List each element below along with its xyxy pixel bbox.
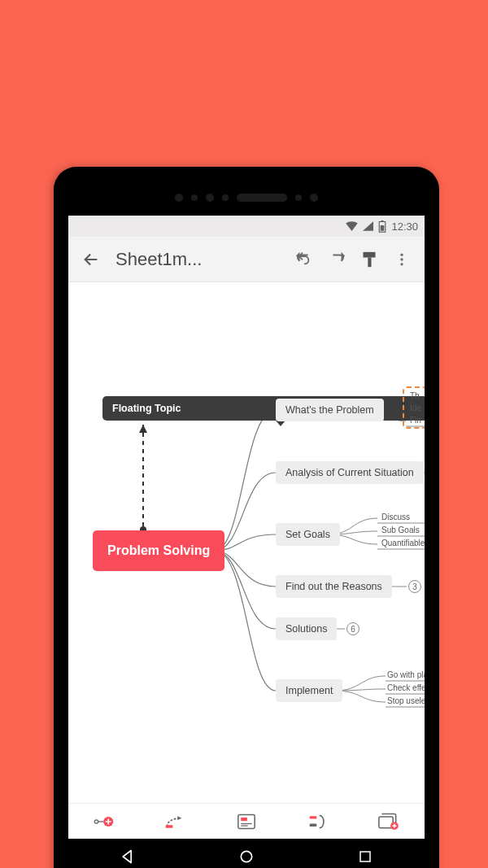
- leaf-node[interactable]: Sub Goals: [381, 526, 420, 534]
- leaf-node[interactable]: Th: [410, 391, 420, 400]
- leaf-node[interactable]: Quantifiable targe: [381, 539, 425, 547]
- collapsed-count-badge[interactable]: 3: [408, 580, 421, 593]
- branch-label: Implement: [285, 685, 333, 696]
- leaf-node[interactable]: Go with plans: [387, 670, 425, 679]
- svg-rect-30: [309, 823, 316, 826]
- phone-sensors: [54, 188, 439, 207]
- svg-rect-4: [368, 257, 371, 267]
- svg-rect-34: [360, 852, 370, 861]
- nav-home-button[interactable]: [222, 844, 271, 868]
- status-bar: 12:30: [68, 216, 425, 237]
- mindmap-canvas[interactable]: Floating Topic Problem Solving What's th…: [68, 282, 425, 803]
- svg-point-6: [400, 258, 403, 260]
- branch-label: Analysis of Current Situation: [285, 467, 414, 478]
- root-label: Problem Solving: [107, 543, 210, 557]
- root-node[interactable]: Problem Solving: [93, 530, 224, 571]
- document-title: Sheet1m...: [115, 249, 288, 270]
- battery-icon: [378, 220, 386, 233]
- branch-node[interactable]: Solutions: [276, 617, 337, 640]
- signal-icon: [363, 221, 373, 231]
- nav-recent-button[interactable]: [341, 844, 390, 868]
- branch-label: Solutions: [285, 623, 327, 635]
- leaf-node[interactable]: Stop useless so: [387, 696, 425, 705]
- notes-button[interactable]: [230, 805, 263, 838]
- branch-label: What's the Problem: [285, 404, 374, 416]
- nav-back-button[interactable]: [103, 844, 152, 868]
- leaf-node[interactable]: Ide: [410, 403, 421, 412]
- branch-label: Set Goals: [285, 529, 330, 540]
- phone-frame: 12:30 Sheet1m...: [54, 167, 439, 868]
- redo-button[interactable]: [320, 243, 353, 276]
- floating-topic-label: Floating Topic: [112, 403, 181, 414]
- svg-rect-3: [364, 251, 376, 257]
- more-button[interactable]: [386, 243, 418, 276]
- branch-node[interactable]: Implement: [276, 679, 342, 702]
- collapsed-count-badge[interactable]: 6: [346, 622, 359, 635]
- svg-rect-24: [166, 825, 173, 827]
- back-button[interactable]: [75, 243, 107, 276]
- android-navbar: [68, 839, 425, 868]
- screen: 12:30 Sheet1m...: [68, 216, 425, 868]
- branch-label: Find out the Reasons: [285, 581, 382, 592]
- relationship-button[interactable]: [159, 805, 191, 838]
- svg-point-22: [94, 819, 98, 822]
- branch-node[interactable]: Find out the Reasons: [276, 575, 392, 598]
- leaf-node[interactable]: Fin: [410, 416, 421, 425]
- svg-rect-2: [381, 225, 385, 231]
- leaf-node[interactable]: Discuss: [381, 513, 410, 521]
- branch-node[interactable]: Set Goals: [276, 523, 340, 546]
- branch-node[interactable]: What's the Problem: [276, 399, 384, 421]
- add-sheet-button[interactable]: [373, 805, 405, 838]
- format-button[interactable]: [353, 243, 386, 276]
- svg-rect-25: [238, 814, 255, 828]
- branch-node[interactable]: Analysis of Current Situation: [276, 461, 424, 484]
- undo-button[interactable]: [288, 243, 320, 276]
- svg-rect-26: [241, 817, 247, 820]
- svg-rect-29: [309, 816, 316, 818]
- add-subtopic-button[interactable]: [88, 805, 120, 838]
- leaf-node[interactable]: Check effect of: [387, 683, 425, 692]
- wifi-icon: [346, 221, 358, 231]
- app-toolbar: Sheet1m...: [68, 237, 425, 282]
- svg-point-7: [400, 263, 403, 265]
- status-time: 12:30: [391, 220, 418, 233]
- svg-point-5: [400, 253, 403, 255]
- bottom-toolbar: [68, 803, 425, 839]
- svg-point-33: [241, 851, 251, 861]
- boundary-button[interactable]: [302, 805, 334, 838]
